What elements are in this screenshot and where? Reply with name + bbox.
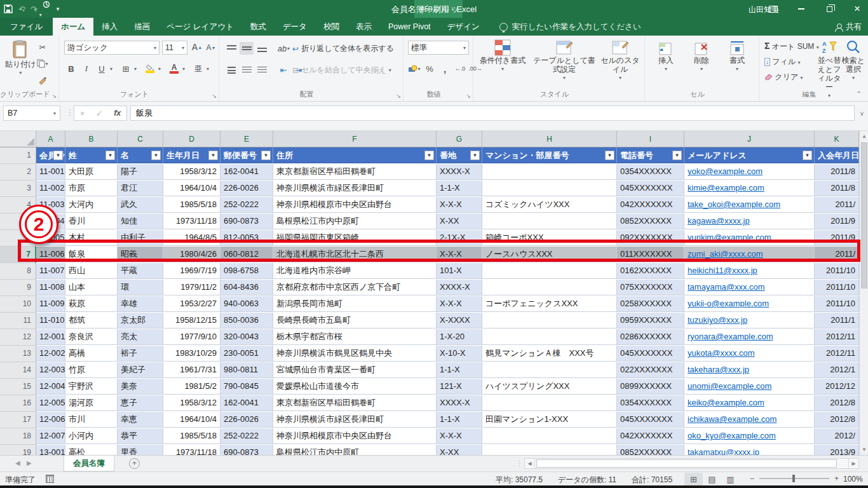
- table-cell[interactable]: 1958/3/12: [163, 164, 220, 180]
- table-cell[interactable]: tuzukiyo@xxx.jp: [684, 313, 815, 329]
- table-cell[interactable]: 長崎県長崎市五島町: [273, 313, 437, 329]
- table-cell[interactable]: [482, 313, 617, 329]
- ribbon-display-options-icon[interactable]: [768, 3, 779, 15]
- table-column-header[interactable]: 姓▼: [65, 147, 118, 163]
- email-link[interactable]: ryonara@example.com: [688, 329, 811, 344]
- zoom-slider-thumb[interactable]: [792, 475, 795, 482]
- table-cell[interactable]: take_okoi@example.com: [684, 197, 815, 213]
- table-cell[interactable]: yoko@example.com: [684, 164, 815, 180]
- collapse-ribbon-icon[interactable]: ⌃: [857, 90, 862, 97]
- email-link[interactable]: kimie@example.com: [688, 180, 811, 196]
- table-cell[interactable]: 1953/2/27: [163, 296, 220, 312]
- table-cell[interactable]: unomi@excample.com: [684, 379, 815, 395]
- fill-color-icon[interactable]: [143, 62, 157, 75]
- table-cell[interactable]: 2012/8: [815, 395, 859, 411]
- table-cell[interactable]: 0852XXXXXX: [617, 445, 684, 455]
- table-cell[interactable]: 0286XXXXXX: [617, 329, 684, 345]
- table-cell[interactable]: 神奈川県横浜市緑区長津田町: [273, 412, 437, 428]
- minimize-button[interactable]: [796, 3, 807, 15]
- table-cell[interactable]: 162-0041: [220, 164, 273, 180]
- autosum-button[interactable]: Σ オート SUM ▾: [764, 41, 819, 52]
- table-column-header[interactable]: 電話番号▼: [617, 147, 684, 163]
- italic-button[interactable]: I: [79, 62, 93, 75]
- table-cell[interactable]: 2012/: [815, 428, 859, 444]
- table-column-header[interactable]: 郵便番号▼: [220, 147, 273, 163]
- table-cell[interactable]: 11-008: [36, 280, 65, 295]
- table-cell[interactable]: ryonara@example.com: [684, 329, 815, 345]
- table-cell[interactable]: 098-6758: [220, 263, 273, 279]
- zoom-slider[interactable]: [759, 478, 829, 479]
- table-cell[interactable]: X-X-X: [437, 296, 482, 312]
- table-cell[interactable]: 2011/8: [815, 180, 859, 196]
- clipboard-dialog-launcher-icon[interactable]: ↘: [51, 93, 57, 99]
- table-cell[interactable]: 2011/10: [815, 280, 859, 295]
- redo-icon[interactable]: ↷▾: [31, 4, 37, 14]
- row-header-1[interactable]: 1: [0, 147, 36, 164]
- cut-icon[interactable]: ✂: [36, 41, 50, 53]
- filter-dropdown-icon[interactable]: ▼: [470, 151, 480, 160]
- tab-power-pivot[interactable]: Power Pivot: [380, 18, 439, 36]
- email-link[interactable]: yoko@example.com: [688, 164, 811, 179]
- formula-bar-splitter[interactable]: ⋮: [66, 108, 74, 117]
- table-cell[interactable]: 13-001: [36, 445, 65, 455]
- table-cell[interactable]: 2011/1: [815, 313, 859, 329]
- column-header-D[interactable]: D: [163, 131, 220, 147]
- table-cell[interactable]: 11-010: [36, 313, 65, 329]
- table-cell[interactable]: 陽子: [118, 164, 163, 180]
- email-link[interactable]: takamatxu@xxxx.jp: [688, 445, 811, 455]
- delete-cells-button[interactable]: 削除▾: [687, 41, 716, 74]
- scroll-right-icon[interactable]: ▶: [848, 458, 859, 469]
- normal-view-icon[interactable]: ⊞: [684, 473, 703, 485]
- table-cell[interactable]: ichikawa@example.com: [684, 412, 815, 428]
- table-cell[interactable]: 1964/10/4: [163, 412, 220, 428]
- zoom-percentage[interactable]: 100%: [843, 475, 863, 484]
- email-link[interactable]: oko_kyo@example.com: [688, 428, 811, 444]
- row-header-2[interactable]: 2: [0, 164, 36, 180]
- table-cell[interactable]: 0959XXXXXX: [617, 313, 684, 329]
- table-cell[interactable]: [482, 329, 617, 345]
- scroll-down-icon[interactable]: ▼: [860, 444, 868, 455]
- percent-style-icon[interactable]: %: [423, 62, 437, 75]
- table-cell[interactable]: 東京都新宿区早稲田鶴巻町: [273, 164, 437, 180]
- column-header-F[interactable]: F: [273, 131, 437, 147]
- column-header-A[interactable]: A: [36, 131, 65, 147]
- orientation-icon[interactable]: ab▾: [276, 42, 290, 55]
- table-cell[interactable]: 平蔵: [118, 263, 163, 279]
- cell-styles-button[interactable]: セルのスタイル▾: [599, 39, 641, 83]
- table-cell[interactable]: 栃木県宇都宮市桜: [273, 329, 437, 345]
- table-cell[interactable]: 恵子: [118, 395, 163, 411]
- filter-dropdown-icon[interactable]: ▼: [424, 151, 434, 160]
- table-cell[interactable]: 新潟県長岡市旭町: [273, 296, 437, 312]
- table-cell[interactable]: [482, 428, 617, 444]
- table-cell[interactable]: 奈良沢: [65, 329, 118, 345]
- expand-formula-bar-icon[interactable]: ∨: [860, 110, 864, 117]
- table-cell[interactable]: kimie@example.com: [684, 180, 815, 196]
- tab-split-handle[interactable]: ⋮: [516, 459, 523, 468]
- align-left-icon[interactable]: [224, 64, 238, 76]
- table-cell[interactable]: 東京都新宿区早稲田鶴巻町: [273, 395, 437, 411]
- filter-dropdown-icon[interactable]: ▼: [803, 151, 812, 160]
- table-cell[interactable]: 980-0811: [220, 362, 273, 378]
- row-header-19[interactable]: 19: [0, 445, 36, 455]
- decrease-indent-icon[interactable]: ⇤: [276, 64, 290, 76]
- table-cell[interactable]: 121-X: [437, 379, 482, 395]
- filter-dropdown-icon[interactable]: ▼: [605, 151, 614, 160]
- row-header-3[interactable]: 3: [0, 180, 36, 197]
- email-link[interactable]: unomi@excample.com: [688, 379, 811, 394]
- tab-view[interactable]: 表示: [348, 18, 380, 36]
- table-cell[interactable]: 604-8436: [220, 280, 273, 295]
- table-cell[interactable]: X-10-X: [437, 346, 482, 362]
- table-cell[interactable]: 2011/8: [815, 164, 859, 180]
- column-header-C[interactable]: C: [118, 131, 163, 147]
- column-header-E[interactable]: E: [220, 131, 273, 147]
- table-cell[interactable]: 162-0041: [220, 395, 273, 411]
- decrease-font-icon[interactable]: A▼: [204, 41, 218, 54]
- table-cell[interactable]: 690-0873: [220, 214, 273, 229]
- table-cell[interactable]: 高松: [65, 445, 118, 455]
- scroll-up-icon[interactable]: ▲: [860, 131, 868, 142]
- table-cell[interactable]: 1964/10/4: [163, 180, 220, 196]
- table-column-header[interactable]: 生年月日▼: [163, 147, 220, 163]
- filter-dropdown-icon[interactable]: ▼: [105, 151, 115, 160]
- table-cell[interactable]: XXXX-X: [437, 280, 482, 295]
- table-cell[interactable]: 環: [118, 280, 163, 295]
